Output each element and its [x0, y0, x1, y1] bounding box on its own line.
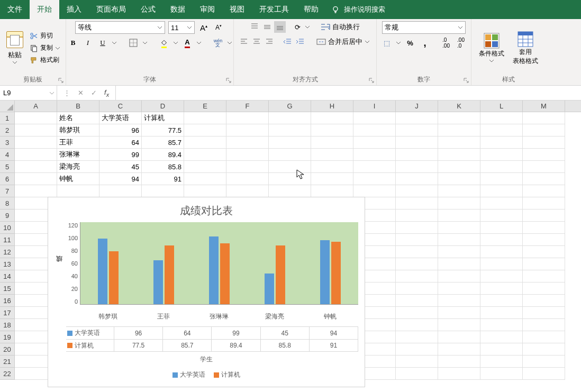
- cell[interactable]: [15, 112, 57, 124]
- cell[interactable]: [523, 209, 565, 222]
- cell[interactable]: [523, 331, 565, 343]
- cell[interactable]: [184, 136, 226, 149]
- fill-color-button[interactable]: ◇: [158, 37, 170, 49]
- cell[interactable]: [523, 319, 565, 331]
- cell[interactable]: [311, 173, 353, 185]
- cell[interactable]: [438, 112, 480, 124]
- cell[interactable]: [438, 149, 480, 161]
- cell[interactable]: [269, 112, 311, 124]
- cell[interactable]: [15, 173, 57, 185]
- cell[interactable]: [438, 331, 480, 343]
- cell[interactable]: [438, 161, 480, 173]
- chevron-down-icon[interactable]: [173, 40, 178, 45]
- dialog-launcher-icon[interactable]: [58, 78, 63, 83]
- cell[interactable]: 45: [99, 161, 142, 173]
- chevron-down-icon[interactable]: [396, 40, 401, 45]
- cell[interactable]: [523, 222, 565, 234]
- format-painter-button[interactable]: 格式刷: [29, 55, 61, 65]
- cell[interactable]: [396, 307, 438, 319]
- cell[interactable]: [480, 149, 523, 161]
- decrease-indent-button[interactable]: [282, 36, 293, 48]
- row-header-8[interactable]: 8: [0, 197, 15, 209]
- col-header-F[interactable]: F: [226, 101, 269, 112]
- row-header-6[interactable]: 6: [0, 173, 15, 185]
- cell[interactable]: [396, 343, 438, 355]
- cell[interactable]: [480, 368, 523, 380]
- cell[interactable]: [480, 282, 523, 295]
- cell[interactable]: [438, 343, 480, 355]
- cell[interactable]: [396, 124, 438, 136]
- cell[interactable]: [438, 173, 480, 185]
- cell[interactable]: [396, 331, 438, 343]
- phonetic-button[interactable]: wén文: [212, 37, 224, 49]
- cell[interactable]: [396, 173, 438, 185]
- cell[interactable]: [311, 149, 353, 161]
- cell[interactable]: [480, 307, 523, 319]
- cell[interactable]: [269, 149, 311, 161]
- underline-button[interactable]: U: [97, 37, 108, 49]
- cell[interactable]: [353, 112, 396, 124]
- cell[interactable]: [396, 282, 438, 295]
- cell[interactable]: [311, 112, 353, 124]
- cell[interactable]: [438, 197, 480, 209]
- tab-help[interactable]: 帮助: [296, 0, 326, 19]
- cell[interactable]: [523, 197, 565, 209]
- col-header-I[interactable]: I: [353, 101, 396, 112]
- cell[interactable]: [523, 246, 565, 258]
- cut-button[interactable]: 剪切: [29, 31, 61, 41]
- cell[interactable]: [353, 173, 396, 185]
- col-header-L[interactable]: L: [480, 101, 523, 112]
- cell[interactable]: [226, 185, 269, 197]
- cell[interactable]: [15, 161, 57, 173]
- chart[interactable]: 成绩对比表 成绩 120100806040200 韩梦琪王菲张琳琳梁海亮钟帆 大…: [48, 197, 365, 387]
- cell[interactable]: [396, 368, 438, 380]
- cell[interactable]: [353, 124, 396, 136]
- row-header-18[interactable]: 18: [0, 319, 15, 331]
- cell[interactable]: [438, 319, 480, 331]
- cell[interactable]: [396, 209, 438, 222]
- orientation-button[interactable]: ⟳: [292, 21, 304, 33]
- chevron-down-icon[interactable]: [227, 40, 232, 45]
- cell[interactable]: 计算机: [142, 112, 184, 124]
- cell[interactable]: [184, 185, 226, 197]
- tab-view[interactable]: 视图: [222, 0, 252, 19]
- cell[interactable]: [184, 161, 226, 173]
- dialog-launcher-icon[interactable]: [226, 78, 231, 83]
- cell[interactable]: [523, 270, 565, 282]
- col-header-C[interactable]: C: [99, 101, 142, 112]
- row-header-17[interactable]: 17: [0, 307, 15, 319]
- cell[interactable]: [523, 295, 565, 307]
- cell[interactable]: 94: [99, 173, 142, 185]
- cell[interactable]: [396, 149, 438, 161]
- col-header-J[interactable]: J: [396, 101, 438, 112]
- cell[interactable]: [99, 185, 142, 197]
- row-header-22[interactable]: 22: [0, 368, 15, 380]
- chevron-down-icon[interactable]: [142, 40, 148, 45]
- cell[interactable]: [396, 136, 438, 149]
- copy-button[interactable]: 复制: [29, 43, 61, 53]
- tab-file[interactable]: 文件: [0, 0, 30, 19]
- align-center-button[interactable]: [251, 36, 262, 48]
- increase-font-button[interactable]: A▴: [198, 22, 210, 33]
- cell[interactable]: 64: [99, 136, 142, 149]
- row-header-4[interactable]: 4: [0, 149, 15, 161]
- align-top-button[interactable]: [249, 21, 260, 33]
- cell[interactable]: [523, 136, 565, 149]
- cell[interactable]: 91: [142, 173, 184, 185]
- cell[interactable]: [311, 161, 353, 173]
- format-as-table-button[interactable]: 套用 表格格式: [510, 30, 541, 67]
- cell[interactable]: [523, 307, 565, 319]
- cell[interactable]: [184, 124, 226, 136]
- cell[interactable]: [438, 222, 480, 234]
- cell[interactable]: [523, 258, 565, 270]
- cell[interactable]: [438, 295, 480, 307]
- cell[interactable]: [480, 234, 523, 246]
- cell[interactable]: [480, 343, 523, 355]
- tab-layout[interactable]: 页面布局: [89, 0, 133, 19]
- cell[interactable]: [226, 173, 269, 185]
- border-button[interactable]: [128, 37, 139, 49]
- cell[interactable]: [269, 173, 311, 185]
- cell[interactable]: [396, 295, 438, 307]
- fx-icon[interactable]: fx: [104, 88, 109, 98]
- cell[interactable]: [523, 149, 565, 161]
